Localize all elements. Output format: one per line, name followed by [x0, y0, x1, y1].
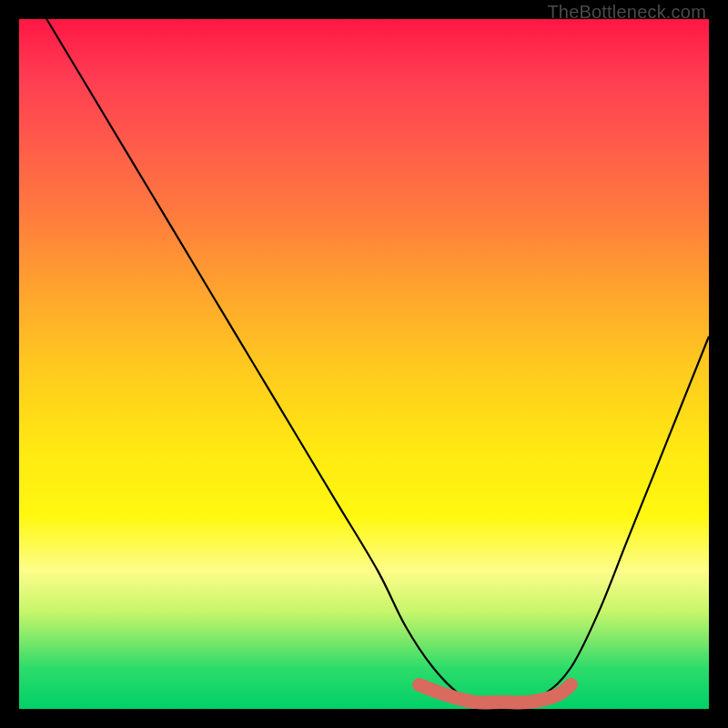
chart-frame: TheBottleneck.com [0, 0, 728, 728]
chart-svg [19, 19, 709, 709]
optimal-band [420, 685, 571, 703]
bottleneck-curve-path [46, 19, 709, 711]
plot-area [19, 19, 709, 709]
optimal-band-path [420, 685, 571, 703]
bottleneck-curve [46, 19, 709, 711]
